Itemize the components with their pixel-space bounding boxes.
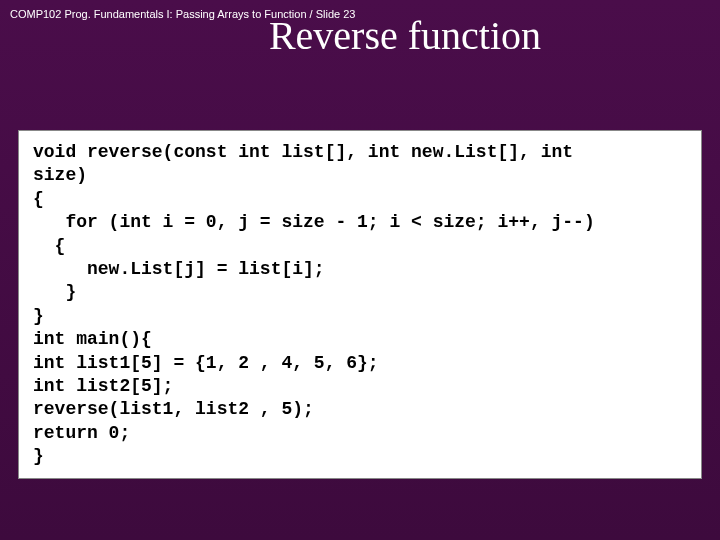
slide-title: Reverse function xyxy=(0,12,720,59)
slide: COMP102 Prog. Fundamentals I: Passing Ar… xyxy=(0,0,720,540)
code-content: void reverse(const int list[], int new.L… xyxy=(33,141,687,468)
code-box: void reverse(const int list[], int new.L… xyxy=(18,130,702,479)
